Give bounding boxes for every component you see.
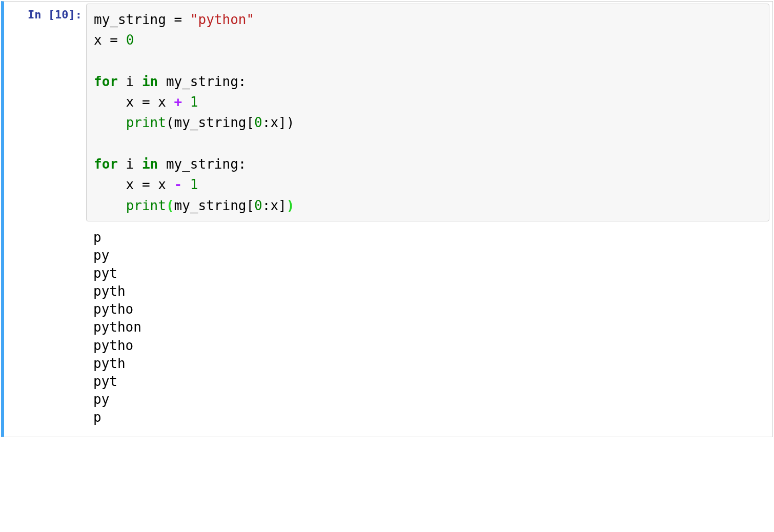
code-token: in [142, 74, 158, 89]
code-token: = [174, 12, 182, 27]
code-token [118, 32, 126, 48]
code-token: x [94, 94, 142, 110]
code-token [182, 12, 190, 27]
code-token: my_string: [158, 74, 246, 89]
prompt-label: In [28, 8, 42, 21]
code-token [182, 94, 190, 110]
code-token: print [126, 115, 166, 130]
code-token: x [94, 177, 142, 192]
code-token: :x]) [262, 115, 295, 130]
code-token: x [150, 177, 174, 192]
code-token: my_string: [158, 156, 246, 172]
code-token: ) [287, 198, 295, 213]
prompt-number: 10 [55, 8, 69, 21]
code-token: my_string [94, 12, 174, 27]
code-token: + [174, 94, 182, 110]
code-token: = [142, 94, 150, 110]
code-token: (my_string[ [166, 115, 254, 130]
notebook-code-cell[interactable]: In [10]: my_string = "python" x = 0 for … [1, 1, 773, 437]
code-token: in [142, 156, 158, 172]
input-prompt: In [10]: [4, 2, 86, 437]
code-token [94, 198, 126, 213]
code-token: i [118, 156, 142, 172]
code-token: "python" [190, 12, 254, 27]
code-token: i [118, 74, 142, 89]
output-line: p [93, 408, 765, 426]
code-token: x [150, 94, 174, 110]
code-token: for [94, 74, 118, 89]
output-line: pyth [93, 355, 765, 373]
code-token: = [142, 177, 150, 192]
code-input-area[interactable]: my_string = "python" x = 0 for i in my_s… [86, 4, 769, 221]
code-token: 0 [126, 32, 134, 48]
code-token: 0 [254, 198, 262, 213]
code-token: 1 [190, 94, 198, 110]
code-token: for [94, 156, 118, 172]
code-token [94, 136, 126, 151]
output-line: pyth [93, 282, 765, 300]
code-token: :x] [262, 198, 287, 213]
cell-output: ppypytpythpythopythonpythopythpytpyp [86, 224, 772, 437]
output-line: py [93, 391, 765, 408]
code-token: - [174, 177, 182, 192]
code-token: print [126, 198, 166, 213]
code-token: my_string[ [174, 198, 255, 213]
code-editor[interactable]: my_string = "python" x = 0 for i in my_s… [94, 9, 762, 216]
cell-content: my_string = "python" x = 0 for i in my_s… [86, 2, 772, 437]
output-line: pyt [93, 373, 765, 391]
output-line: pytho [93, 337, 765, 355]
output-line: pyt [93, 264, 765, 282]
code-token: x [94, 32, 110, 48]
code-token: 0 [254, 115, 262, 130]
code-token: = [110, 32, 118, 48]
code-token: ( [166, 198, 174, 213]
output-line: pytho [93, 300, 765, 318]
code-token: 1 [190, 177, 198, 192]
output-line: py [93, 247, 765, 264]
code-token [182, 177, 190, 192]
code-token [94, 115, 126, 130]
output-line: p [93, 229, 765, 247]
output-line: python [93, 318, 765, 336]
